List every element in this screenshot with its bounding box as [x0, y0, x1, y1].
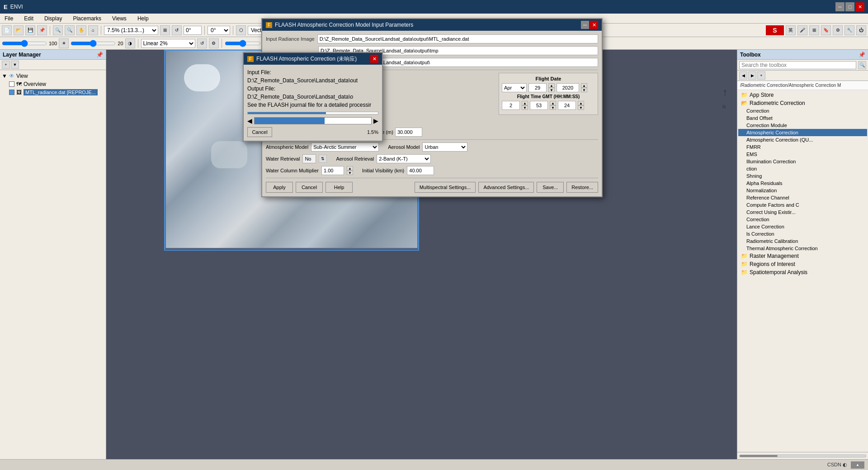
- advanced-button[interactable]: Advanced Settings...: [478, 182, 534, 193]
- right-arrow-icon[interactable]: ▶: [373, 117, 378, 124]
- year-down-btn[interactable]: ▼: [581, 88, 587, 92]
- hour-down-btn[interactable]: ▼: [522, 105, 528, 110]
- sec-up-btn[interactable]: ▲: [578, 101, 584, 105]
- brightness-icon[interactable]: ☀: [59, 38, 69, 48]
- vector-icon[interactable]: ⬡: [236, 25, 246, 35]
- settings-icon[interactable]: ⚙: [833, 25, 843, 35]
- brightness-slider[interactable]: [2, 40, 47, 47]
- tree-root[interactable]: ▼ 👁 View: [2, 72, 104, 80]
- flight-min-input[interactable]: [530, 101, 548, 110]
- flight-day-input[interactable]: [528, 83, 547, 92]
- flight-month-select[interactable]: Apr: [502, 83, 527, 92]
- contrast-slider[interactable]: [71, 40, 116, 47]
- toolbox-item-correct-existing[interactable]: Correct Using Existir...: [738, 209, 867, 216]
- maximize-button[interactable]: □: [845, 2, 854, 11]
- zoom-select[interactable]: 7.5% (1:13.3...): [104, 26, 158, 35]
- fit-icon[interactable]: ⊞: [160, 25, 170, 35]
- input-radiance-input[interactable]: [317, 34, 598, 43]
- toolbox-item-raster[interactable]: 📁 Raster Management: [738, 252, 867, 260]
- toolbox-scroll-thumb[interactable]: [740, 455, 778, 457]
- toolbox-item-ls[interactable]: ls Correction: [738, 230, 867, 237]
- contrast-icon[interactable]: ◑: [125, 38, 135, 48]
- menu-edit[interactable]: Edit: [21, 14, 36, 23]
- close-button[interactable]: ✕: [855, 2, 864, 11]
- toolbox-item-radiometric-cal[interactable]: Radiometric Calibration: [738, 237, 867, 245]
- pixel-size-input[interactable]: [395, 128, 422, 137]
- toolbox-scrollbar[interactable]: [737, 452, 868, 459]
- min-up-btn[interactable]: ▲: [550, 101, 556, 105]
- toolbox-item-band-offset[interactable]: Band Offset: [738, 114, 867, 122]
- panel-pin-icon[interactable]: 📌: [96, 52, 103, 58]
- flaash-minimize-btn[interactable]: ─: [581, 21, 589, 29]
- menu-display[interactable]: Display: [42, 14, 65, 23]
- flight-sec-input[interactable]: [558, 101, 576, 110]
- help-button[interactable]: Help: [326, 182, 353, 193]
- nav-forward-icon[interactable]: ▶: [748, 71, 756, 80]
- toolbox-item-normalization[interactable]: Normalization: [738, 187, 867, 194]
- open-icon[interactable]: 📂: [14, 25, 24, 35]
- toolbox-item-roi[interactable]: 📁 Regions of Interest: [738, 260, 867, 268]
- sec-down-btn[interactable]: ▼: [578, 105, 584, 110]
- mic-icon[interactable]: 🎤: [797, 25, 807, 35]
- home-icon[interactable]: ⌂: [88, 25, 98, 35]
- toolbox-item-lance[interactable]: Lance Correction: [738, 223, 867, 230]
- year-up-btn[interactable]: ▲: [581, 83, 587, 88]
- pan-icon[interactable]: ✋: [76, 25, 86, 35]
- toolbox-item-shning[interactable]: Shning: [738, 172, 867, 180]
- init-vis-input[interactable]: [407, 166, 434, 175]
- toolbox-item-atm-correction-qu[interactable]: Atmospheric Correction (QU...: [738, 136, 867, 143]
- menu-views[interactable]: Views: [109, 14, 129, 23]
- nav-back-icon[interactable]: ◀: [739, 71, 747, 80]
- atm-model-select[interactable]: Sub-Arctic Summer: [311, 142, 379, 152]
- save-icon[interactable]: 💾: [25, 25, 35, 35]
- pin-icon[interactable]: 📌: [37, 25, 47, 35]
- toolbox-search-btn[interactable]: 🔍: [858, 61, 866, 69]
- day-up-btn[interactable]: ▲: [548, 83, 555, 88]
- nav-add-icon[interactable]: +: [757, 71, 765, 80]
- zoom-out-icon[interactable]: 🔍: [65, 25, 75, 35]
- left-arrow-icon[interactable]: ◀: [247, 117, 252, 124]
- menu-help[interactable]: Help: [135, 14, 151, 23]
- toolbox-search-input[interactable]: [739, 61, 856, 69]
- toolbox-item-ems[interactable]: EMS: [738, 151, 867, 158]
- grid-icon[interactable]: ⊞: [809, 25, 819, 35]
- tools-icon2[interactable]: 🔧: [844, 25, 854, 35]
- flight-year-input[interactable]: [557, 83, 579, 92]
- tree-overview[interactable]: 🗺 Overview: [9, 80, 104, 88]
- minimize-button[interactable]: ─: [835, 2, 844, 11]
- zoom-in-icon[interactable]: 🔍: [53, 25, 63, 35]
- toolbox-scroll-track[interactable]: [739, 455, 866, 457]
- taskbar-icon[interactable]: ▲: [851, 461, 864, 469]
- toolbox-item-correction-module[interactable]: Correction Module: [738, 122, 867, 129]
- toolbox-item-alpha[interactable]: Alpha Residuals: [738, 180, 867, 187]
- stretch-select[interactable]: Linear 2%: [141, 39, 195, 48]
- stretch-options-icon[interactable]: ⚙: [209, 38, 219, 48]
- rotation-input[interactable]: [184, 26, 202, 35]
- toolbox-item-ction[interactable]: ction: [738, 165, 867, 172]
- add-layer-icon[interactable]: +: [2, 61, 10, 69]
- toolbox-item-radiometric[interactable]: 📂 Radiometric Correction: [738, 99, 867, 107]
- day-down-btn[interactable]: ▼: [548, 88, 555, 92]
- toolbox-item-correction2[interactable]: Correction: [738, 216, 867, 223]
- progress-close-btn[interactable]: ✕: [370, 55, 378, 63]
- transparency-slider[interactable]: [225, 40, 261, 47]
- flight-hour-input[interactable]: [502, 101, 520, 110]
- remove-layer-icon[interactable]: ▼: [11, 61, 19, 69]
- new-file-icon[interactable]: 📄: [2, 25, 12, 35]
- tree-layer[interactable]: 🖼 MTL_radiance.dat [REPROJE...: [9, 88, 104, 96]
- apply-button[interactable]: Apply: [266, 182, 293, 193]
- save-button[interactable]: Save...: [537, 182, 564, 193]
- water-retrieval-toggle[interactable]: ⇅: [319, 155, 327, 163]
- toolbox-item-thermal-atm[interactable]: Thermal Atmospheric Correction: [738, 245, 867, 252]
- hour-up-btn[interactable]: ▲: [522, 101, 528, 105]
- aerosol-model-select[interactable]: Urban: [422, 142, 467, 152]
- bookmark-icon[interactable]: 🔖: [821, 25, 831, 35]
- layer-checkbox[interactable]: [9, 90, 14, 95]
- flaash-close-btn[interactable]: ✕: [590, 21, 598, 29]
- toolbox-item-correction[interactable]: Correction: [738, 107, 867, 114]
- toolbox-item-ref-channel[interactable]: Reference Channel: [738, 194, 867, 201]
- toolbox-item-atm-correction[interactable]: Atmospheric Correction: [738, 129, 867, 136]
- progress-scroll[interactable]: [247, 112, 378, 114]
- menu-placemarks[interactable]: Placemarks: [70, 14, 104, 23]
- wc-up-btn[interactable]: ▲: [347, 166, 353, 171]
